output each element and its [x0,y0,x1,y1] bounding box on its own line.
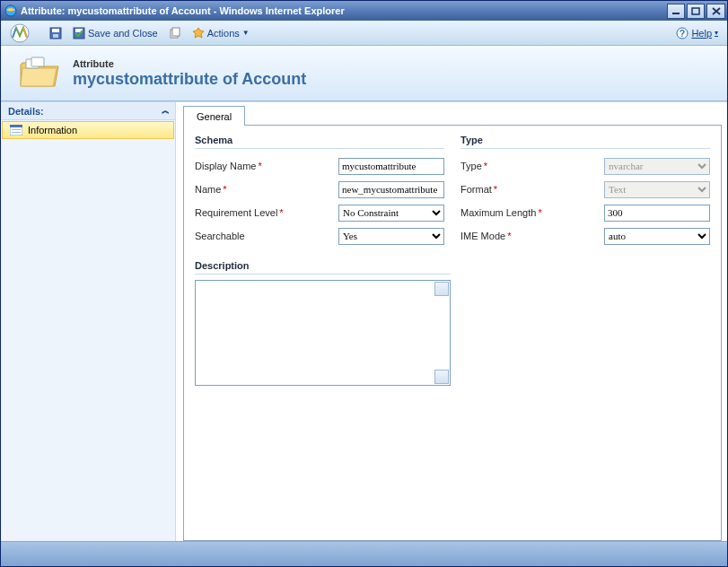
help-link[interactable]: ? Help ▾ [672,27,722,39]
titlebar: Attribute: mycustomattribute of Account … [1,1,727,21]
svg-rect-14 [31,57,44,66]
page-title: mycustomattribute of Account [73,70,306,89]
searchable-select[interactable]: Yes [338,228,444,245]
svg-text:?: ? [680,29,685,39]
schema-column: Schema Display Name* Name* Requirement L… [195,133,444,248]
minimize-button[interactable] [667,4,685,19]
label-display-name: Display Name* [195,161,338,171]
actions-label: Actions [207,28,240,39]
svg-rect-18 [12,132,21,133]
sidebar-section-header[interactable]: Details: ︽ [1,102,175,120]
label-maximum-length: Maximum Length* [460,207,604,218]
ie-icon [4,4,17,17]
sidebar-item-information[interactable]: Information [2,121,174,139]
maximize-button[interactable] [687,4,705,19]
tab-general[interactable]: General [183,106,245,126]
actions-menu[interactable]: Actions ▼ [189,23,253,43]
save-close-icon [73,27,85,39]
label-searchable: Searchable [195,231,338,241]
close-button[interactable] [706,4,725,19]
save-and-close-label: Save and Close [88,28,158,39]
label-ime-mode: IME Mode* [460,231,604,241]
actions-icon [192,27,205,39]
maximum-length-input[interactable] [604,205,710,222]
requirement-level-select[interactable]: No Constraint [338,205,444,222]
schema-title: Schema [195,133,444,149]
form-icon [10,125,22,135]
crm-logo-icon [6,23,39,43]
properties-button[interactable] [165,23,185,43]
svg-rect-2 [692,8,699,14]
save-and-close-button[interactable]: Save and Close [69,23,162,43]
sidebar-item-label: Information [28,125,77,135]
name-input[interactable] [338,181,444,198]
chevron-down-icon: ▾ [715,29,718,37]
ime-mode-select[interactable]: auto [604,228,710,245]
page-header: Attribute mycustomattribute of Account [1,46,727,101]
copy-icon [169,27,181,39]
help-icon: ? [676,27,689,39]
tab-panel-general: Schema Display Name* Name* Requirement L… [183,125,722,541]
window: Attribute: mycustomattribute of Account … [0,0,728,567]
svg-rect-17 [12,129,21,130]
svg-rect-1 [672,13,680,14]
chevron-up-icon: ︽ [162,105,170,117]
svg-rect-10 [172,28,180,36]
tab-strip: General [183,106,722,126]
svg-rect-6 [53,34,58,38]
description-section: Description [195,258,710,386]
type-column: Type Type* nvarchar Format* Text Maximum… [460,133,710,248]
help-label: Help [691,28,712,39]
save-button[interactable] [46,23,66,43]
description-textarea[interactable] [195,280,451,386]
description-title: Description [195,258,451,275]
body: Details: ︽ Information General [1,101,727,541]
folder-icon [17,56,60,92]
toolbar: Save and Close Actions ▼ ? Help ▾ [1,21,727,46]
window-title: Attribute: mycustomattribute of Account … [21,5,665,16]
save-icon [49,27,62,39]
type-select: nvarchar [604,158,710,175]
label-type: Type* [460,161,604,171]
chevron-down-icon: ▼ [242,29,250,37]
tab-label: General [197,111,232,122]
display-name-input[interactable] [338,158,444,175]
sidebar-section-title: Details: [8,106,44,117]
sidebar: Details: ︽ Information [1,102,176,541]
svg-rect-16 [10,125,22,127]
label-requirement-level: Requirement Level* [195,207,338,218]
content: Attribute mycustomattribute of Account D… [1,46,727,566]
type-title: Type [460,133,710,149]
label-format: Format* [460,184,604,195]
label-name: Name* [195,184,338,195]
main: General Schema Display Name* [176,102,727,541]
statusbar [1,541,727,566]
header-pretitle: Attribute [73,58,306,69]
format-select: Text [604,181,710,198]
svg-rect-5 [52,29,59,32]
